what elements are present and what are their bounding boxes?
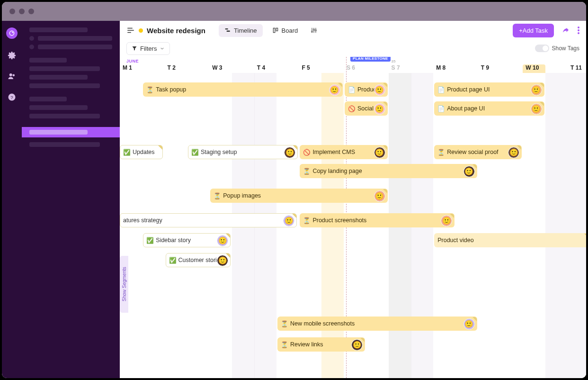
progress-icon: ⏳: [281, 320, 287, 327]
day-header[interactable]: W 3: [209, 64, 232, 73]
task-label: Product video: [437, 237, 473, 244]
task-updates[interactable]: ✅Updates: [120, 145, 163, 159]
day-header[interactable]: M 8: [433, 64, 455, 73]
help-icon[interactable]: ?: [8, 93, 16, 101]
traffic-light-close[interactable]: [9, 9, 15, 14]
svg-rect-6: [227, 31, 230, 32]
task-label: Review social proof: [447, 149, 498, 155]
svg-point-13: [578, 29, 579, 31]
day-header[interactable]: S 735: [389, 64, 411, 73]
task-staging-setup[interactable]: ✅Staging setup🙂: [188, 145, 298, 159]
blocked-icon: 🚫: [303, 149, 310, 155]
done-icon: ✅: [169, 257, 176, 263]
app-logo[interactable]: [6, 27, 18, 39]
tab-board-label: Board: [282, 27, 298, 34]
task-corner: [584, 234, 586, 238]
svg-point-2: [13, 74, 15, 77]
task-label: About page UI: [447, 105, 485, 112]
chevron-down-icon: [160, 46, 165, 51]
svg-text:?: ?: [10, 95, 13, 100]
task-sidebar-story[interactable]: ✅Sidebar story🙂: [143, 233, 231, 247]
task-popup-images[interactable]: ⏳Popup images🙂: [210, 189, 387, 203]
task-label: Staging setup: [201, 149, 237, 155]
svg-rect-5: [225, 28, 228, 29]
window-titlebar: [2, 2, 586, 21]
tab-timeline[interactable]: Timeline: [219, 24, 263, 37]
day-header[interactable]: T 2: [165, 64, 187, 73]
sliders-icon[interactable]: [310, 27, 318, 34]
task-label: Review links: [290, 341, 323, 348]
tab-timeline-label: Timeline: [234, 27, 257, 34]
task-product-screenshots[interactable]: ⏳Product screenshots🙂: [300, 213, 454, 227]
milestone-marker: PLAN MILESTONE: [350, 57, 391, 62]
task-corner: [472, 317, 477, 321]
timeline[interactable]: JUNE M 1T 2W 3T 4F 5S 6S 735M 8T 9W 10T …: [120, 57, 586, 378]
task-review-links[interactable]: ⏳Review links🙂: [277, 337, 365, 352]
task-corner: [360, 338, 365, 342]
day-header[interactable]: W 10: [523, 64, 545, 73]
task-label: Customer storie: [178, 257, 220, 263]
progress-icon: ⏳: [303, 168, 310, 174]
task-corner: [540, 83, 544, 87]
day-header[interactable]: F 5: [299, 64, 321, 73]
day-header[interactable]: T 4: [254, 64, 276, 73]
task-corner: [293, 145, 297, 150]
task-about-page-ui[interactable]: 📄About page UI🙂: [434, 101, 544, 116]
gear-icon[interactable]: [8, 51, 16, 60]
show-tags-toggle[interactable]: Show Tags: [535, 45, 579, 52]
svg-point-9: [312, 31, 313, 32]
task-new-mobile-screenshots[interactable]: ⏳New mobile screenshots🙂: [277, 317, 477, 331]
task-corner: [226, 253, 230, 258]
app-iconbar: ?: [2, 21, 22, 378]
share-icon[interactable]: [561, 26, 570, 35]
more-icon[interactable]: [578, 27, 579, 34]
task-corner: [472, 164, 477, 169]
page-icon: 📄: [437, 86, 444, 93]
task-corner: [383, 189, 387, 193]
task-implement-cms[interactable]: 🚫Implement CMS🙂: [300, 145, 387, 159]
task-label: Popup images: [223, 192, 261, 199]
task-label: Task popup: [156, 86, 186, 93]
blocked-icon: 🚫: [348, 105, 355, 112]
users-icon[interactable]: [8, 72, 16, 81]
day-header[interactable]: T 9: [478, 64, 500, 73]
task-product1[interactable]: 📄Produc🙂: [345, 82, 388, 97]
task-customer-stories[interactable]: ✅Customer storie🙂: [166, 253, 231, 267]
svg-rect-8: [276, 28, 278, 31]
sidebar-item-active[interactable]: [22, 127, 120, 137]
task-task-popup[interactable]: ⏳Task popup🙂: [143, 82, 343, 97]
task-review-social-proof[interactable]: ⏳Review social proof🙂: [434, 145, 522, 159]
day-header[interactable]: M 1: [120, 64, 142, 73]
filters-button[interactable]: Filters: [126, 42, 170, 55]
project-status-dot: [139, 28, 143, 33]
progress-icon: ⏳: [437, 149, 444, 155]
traffic-light-min[interactable]: [19, 9, 25, 14]
project-title: Website redesign: [147, 27, 205, 35]
svg-rect-7: [273, 28, 275, 32]
show-tags-label: Show Tags: [552, 45, 579, 52]
show-segments-tab[interactable]: Show Segments: [120, 256, 128, 313]
task-product-video[interactable]: Product video: [434, 233, 586, 247]
add-task-button[interactable]: +Add Task: [513, 24, 554, 37]
traffic-light-max[interactable]: [28, 9, 34, 14]
progress-icon: ⏳: [281, 341, 287, 348]
svg-point-1: [9, 73, 12, 76]
task-label: Produc: [357, 86, 376, 93]
header: Website redesign Timeline Board +Add Tas…: [120, 21, 586, 40]
task-corner: [517, 145, 521, 150]
day-header[interactable]: S 6: [344, 64, 366, 73]
task-label: Sidebar story: [156, 237, 191, 244]
task-product-page-ui[interactable]: 📄Product page UI🙂: [434, 82, 544, 97]
day-header[interactable]: T 11: [568, 64, 586, 73]
task-label: atures strategy: [123, 217, 162, 224]
tab-board[interactable]: Board: [267, 24, 304, 37]
task-copy-landing[interactable]: ⏳Copy landing page🙂: [300, 164, 477, 178]
task-label: New mobile screenshots: [290, 320, 355, 327]
page-icon: 📄: [437, 105, 444, 112]
task-features-strategy[interactable]: atures strategy🙂: [120, 213, 297, 227]
menu-icon[interactable]: [126, 26, 135, 35]
progress-icon: ⏳: [214, 192, 220, 199]
task-social[interactable]: 🚫Social🙂: [345, 101, 388, 116]
sidebar: [22, 21, 120, 378]
task-label: Implement CMS: [312, 149, 355, 155]
